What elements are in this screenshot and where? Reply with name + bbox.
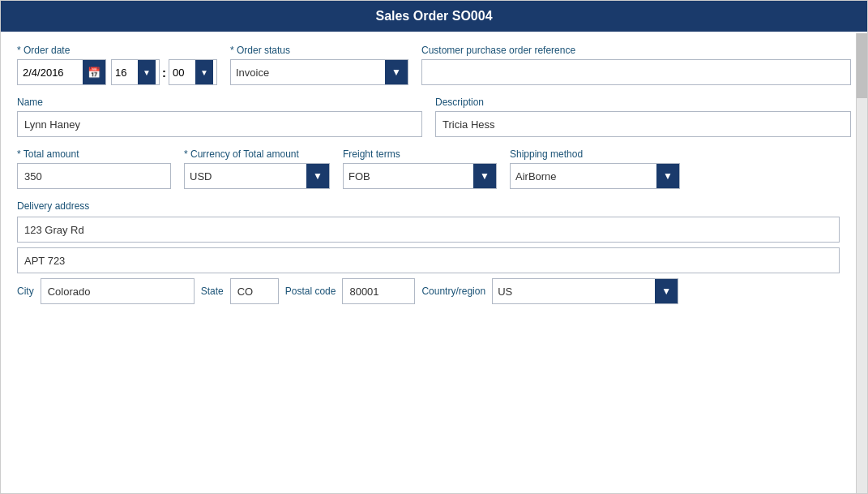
customer-po-label: Customer purchase order reference (421, 45, 851, 56)
order-status-select[interactable]: Invoice Draft Confirmed Cancelled (231, 60, 385, 84)
postal-label: Postal code (285, 286, 336, 297)
sales-order-window: Sales Order SO004 Order date 📅 ▼ (0, 0, 868, 494)
currency-label: Currency of Total amount (184, 148, 330, 160)
time-colon: : (161, 66, 167, 79)
delivery-address2-input[interactable] (17, 247, 840, 273)
delivery-address2-row (17, 247, 851, 273)
scrollbar[interactable] (856, 33, 867, 494)
delivery-address1-input[interactable] (17, 217, 840, 243)
currency-arrow[interactable]: ▼ (306, 164, 329, 188)
state-input[interactable] (230, 278, 279, 304)
customer-po-input[interactable] (421, 59, 851, 85)
total-amount-group: Total amount (17, 148, 171, 189)
name-label: Name (17, 97, 422, 108)
description-input[interactable] (435, 111, 851, 137)
freight-select-wrapper: FOB CIF EXW DDP ▼ (343, 163, 497, 189)
order-date-input[interactable] (18, 60, 83, 84)
row-order-date-status: Order date 📅 ▼ : ▼ (17, 45, 851, 85)
shipping-select-wrapper: AirBorne FedEx UPS DHL ▼ (510, 163, 680, 189)
city-state-row: City State Postal code Country/region US… (17, 278, 851, 304)
delivery-section: Delivery address City State Postal code … (17, 200, 851, 304)
city-input[interactable] (41, 278, 195, 304)
order-status-select-wrapper: Invoice Draft Confirmed Cancelled ▼ (230, 59, 408, 85)
freight-select[interactable]: FOB CIF EXW DDP (344, 164, 473, 188)
scrollbar-thumb[interactable] (857, 33, 868, 98)
title-bar: Sales Order SO004 (1, 1, 867, 32)
freight-terms-group: Freight terms FOB CIF EXW DDP ▼ (343, 148, 497, 189)
currency-group: Currency of Total amount USD EUR GBP CAD… (184, 148, 330, 189)
country-select-wrapper: US CA GB AU DE ▼ (492, 278, 678, 304)
time-wrapper: ▼ : ▼ (111, 59, 217, 85)
shipping-method-group: Shipping method AirBorne FedEx UPS DHL ▼ (510, 148, 680, 189)
time-minute-input[interactable] (169, 60, 195, 84)
total-amount-input[interactable] (17, 163, 171, 189)
calendar-icon[interactable]: 📅 (83, 60, 105, 84)
name-group: Name (17, 97, 422, 137)
country-arrow[interactable]: ▼ (655, 279, 678, 303)
freight-terms-label: Freight terms (343, 148, 497, 160)
time-minute-arrow[interactable]: ▼ (195, 60, 213, 84)
row-amounts: Total amount Currency of Total amount US… (17, 148, 851, 189)
description-group: Description (435, 97, 851, 137)
city-label: City (17, 286, 34, 297)
time-hour-input[interactable] (112, 60, 138, 84)
currency-select[interactable]: USD EUR GBP CAD (185, 164, 306, 188)
shipping-arrow[interactable]: ▼ (656, 164, 679, 188)
currency-select-wrapper: USD EUR GBP CAD ▼ (184, 163, 330, 189)
delivery-address1-row (17, 217, 851, 243)
shipping-method-label: Shipping method (510, 148, 680, 160)
window-title: Sales Order SO004 (375, 9, 492, 23)
total-amount-label: Total amount (17, 148, 171, 160)
shipping-select[interactable]: AirBorne FedEx UPS DHL (511, 164, 656, 188)
time-hour-wrapper: ▼ (111, 59, 160, 85)
state-label: State (201, 286, 224, 297)
order-status-group: Order status Invoice Draft Confirmed Can… (230, 45, 408, 85)
row-name-description: Name Description (17, 97, 851, 137)
time-hour-arrow[interactable]: ▼ (138, 60, 156, 84)
customer-po-group: Customer purchase order reference (421, 45, 851, 85)
country-label: Country/region (421, 286, 485, 297)
name-input[interactable] (17, 111, 422, 137)
time-minute-wrapper: ▼ (169, 59, 217, 85)
freight-arrow[interactable]: ▼ (473, 164, 496, 188)
country-select[interactable]: US CA GB AU DE (493, 279, 655, 303)
order-status-label: Order status (230, 45, 408, 56)
delivery-section-label: Delivery address (17, 200, 851, 212)
description-label: Description (435, 97, 851, 108)
order-date-wrapper: 📅 (17, 59, 106, 85)
order-status-arrow[interactable]: ▼ (385, 60, 408, 84)
order-date-label: Order date (17, 45, 217, 56)
form-content: Order date 📅 ▼ : ▼ (1, 32, 867, 493)
order-date-group: Order date 📅 ▼ : ▼ (17, 45, 217, 85)
postal-input[interactable] (342, 278, 415, 304)
